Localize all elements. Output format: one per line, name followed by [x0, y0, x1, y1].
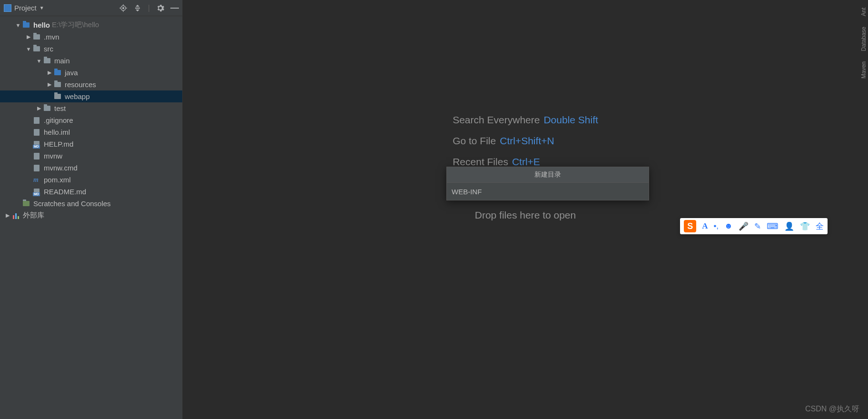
- locate-icon[interactable]: [119, 4, 127, 12]
- tree-arrow-icon[interactable]: ▶: [25, 34, 32, 40]
- folder-res-icon: [53, 82, 62, 87]
- ime-punctuation-icon[interactable]: •,: [713, 221, 719, 231]
- tree-item--mvn[interactable]: ▶.mvn: [0, 31, 182, 43]
- editor-hints: Search EverywhereDouble Shift Go to File…: [453, 114, 598, 168]
- tree-arrow-icon[interactable]: ▼: [14, 22, 22, 28]
- tree-label: java: [65, 69, 78, 77]
- csdn-watermark: CSDN @执久呀: [805, 404, 859, 414]
- file-md-icon: MD: [32, 189, 41, 195]
- folder-icon: [32, 46, 41, 51]
- dialog-title: 新建目录: [447, 167, 649, 182]
- tree-arrow-icon[interactable]: ▶: [35, 105, 43, 111]
- tree-item-hello[interactable]: ▼helloE:\学习吧\hello: [0, 19, 182, 31]
- shortcut-goto: Ctrl+Shift+N: [500, 135, 554, 146]
- tree-item-test[interactable]: ▶test: [0, 102, 182, 114]
- ime-mic-icon[interactable]: 🎤: [739, 221, 749, 231]
- file-icon: [32, 153, 41, 160]
- file-md-icon: MD: [32, 141, 41, 148]
- tree-label: .gitignore: [44, 116, 73, 124]
- hint-goto: Go to FileCtrl+Shift+N: [453, 135, 598, 147]
- tree-arrow-icon[interactable]: ▼: [25, 46, 32, 52]
- ime-keyboard-icon[interactable]: ⌨: [767, 221, 779, 231]
- directory-name-input[interactable]: [447, 182, 649, 200]
- editor-area: Search EverywhereDouble Shift Go to File…: [183, 0, 868, 419]
- ime-fullhalf-icon[interactable]: 全: [816, 221, 824, 232]
- drop-hint: Drop files here to open: [475, 210, 576, 221]
- tab-maven[interactable]: Maven: [859, 60, 868, 80]
- folder-icon: [53, 94, 62, 99]
- tree-item-src[interactable]: ▼src: [0, 43, 182, 55]
- tree-arrow-icon[interactable]: ▶: [4, 212, 11, 219]
- tab-database[interactable]: Database: [859, 25, 868, 53]
- tree-item-java[interactable]: ▶java: [0, 67, 182, 79]
- sogou-logo-icon: S: [684, 220, 696, 232]
- tree-label: main: [54, 57, 70, 65]
- file-icon: [32, 129, 41, 136]
- project-square-icon: [4, 4, 11, 12]
- ime-shirt-icon[interactable]: 👕: [800, 221, 810, 231]
- tree-item-hello-iml[interactable]: hello.iml: [0, 126, 182, 138]
- shortcut-recent: Ctrl+E: [512, 156, 540, 167]
- file-icon: [32, 117, 41, 124]
- shortcut-search: Double Shift: [543, 114, 598, 125]
- folder-scratch-icon: [22, 201, 30, 206]
- ime-user-icon[interactable]: 👤: [784, 221, 794, 231]
- tree-label: src: [44, 45, 53, 53]
- tree-arrow-icon[interactable]: ▶: [46, 81, 53, 88]
- tree-label: webapp: [65, 92, 90, 100]
- expand-all-icon[interactable]: [134, 4, 141, 12]
- hint-search: Search EverywhereDouble Shift: [453, 114, 598, 126]
- ime-skin-icon[interactable]: ✎: [754, 221, 761, 231]
- project-tree[interactable]: ▼helloE:\学习吧\hello▶.mvn▼src▼main▶java▶re…: [0, 16, 182, 419]
- minimize-icon[interactable]: —: [171, 4, 178, 12]
- sidebar-header: Project ▼ | —: [0, 0, 182, 16]
- folder-blue-icon: [53, 70, 62, 75]
- folder-blue-icon: [22, 22, 30, 28]
- folder-icon: [43, 58, 51, 63]
- file-icon: [32, 165, 41, 171]
- tree-item-mvnw[interactable]: mvnw: [0, 150, 182, 162]
- tree-item-resources[interactable]: ▶resources: [0, 79, 182, 90]
- tree-label: hello: [33, 21, 50, 29]
- tree-item-main[interactable]: ▼main: [0, 55, 182, 67]
- tree-item-scratches-and-consoles[interactable]: Scratches and Consoles: [0, 198, 182, 210]
- tree-item--[interactable]: ▶外部库: [0, 210, 182, 221]
- folder-icon: [43, 106, 51, 111]
- tab-ant[interactable]: Ant: [859, 6, 868, 18]
- tree-arrow-icon[interactable]: ▶: [46, 70, 53, 76]
- new-directory-dialog: 新建目录: [446, 167, 649, 200]
- tree-arrow-icon[interactable]: ▼: [35, 58, 43, 64]
- tree-item-webapp[interactable]: webapp: [0, 90, 182, 102]
- hint-recent: Recent FilesCtrl+E: [453, 156, 598, 168]
- tree-label: mvnw.cmd: [44, 164, 78, 172]
- project-tool-label[interactable]: Project ▼: [4, 4, 44, 12]
- tree-label: pom.xml: [44, 176, 71, 184]
- folder-icon: [32, 34, 41, 40]
- tree-item-mvnw-cmd[interactable]: mvnw.cmd: [0, 162, 182, 174]
- tree-label: 外部库: [23, 211, 44, 220]
- bars-icon: [11, 212, 20, 219]
- right-toolwindow-tabs: Ant Database Maven: [859, 6, 868, 80]
- tree-label: resources: [65, 80, 96, 89]
- tree-item-pom-xml[interactable]: mpom.xml: [0, 174, 182, 186]
- tree-item-help-md[interactable]: MDHELP.md: [0, 138, 182, 150]
- tree-label: .mvn: [44, 33, 59, 41]
- tree-label: hello.iml: [44, 128, 70, 136]
- ime-emoji-icon[interactable]: ☻: [724, 221, 733, 231]
- gear-icon[interactable]: [157, 4, 164, 12]
- tree-label: test: [54, 104, 66, 112]
- tree-label: Scratches and Consoles: [33, 200, 111, 208]
- project-sidebar: Project ▼ | — ▼helloE:\学习吧\hello▶.mvn▼sr…: [0, 0, 183, 419]
- tree-label: HELP.md: [44, 140, 73, 148]
- tree-item--gitignore[interactable]: .gitignore: [0, 114, 182, 126]
- tree-path: E:\学习吧\hello: [52, 20, 99, 30]
- tree-label: mvnw: [44, 152, 62, 160]
- tree-label: README.md: [44, 188, 86, 196]
- header-divider: |: [148, 4, 150, 12]
- project-title: Project: [14, 4, 37, 12]
- maven-icon: m: [32, 177, 41, 183]
- ime-letter-a-icon[interactable]: A: [702, 221, 708, 231]
- ime-toolbar[interactable]: S A •, ☻ 🎤 ✎ ⌨ 👤 👕 全: [680, 218, 828, 234]
- chevron-down-icon: ▼: [39, 5, 44, 10]
- tree-item-readme-md[interactable]: MDREADME.md: [0, 186, 182, 198]
